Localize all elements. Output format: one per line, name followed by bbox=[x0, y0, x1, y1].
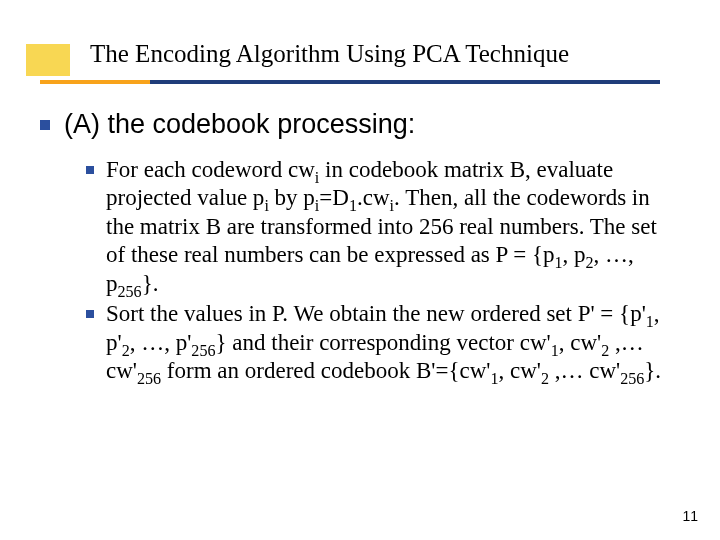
bullet-level2: Sort the values in P. We obtain the new … bbox=[86, 300, 680, 386]
t: , cw' bbox=[559, 330, 601, 355]
t: , …, p' bbox=[130, 330, 192, 355]
slide: The Encoding Algorithm Using PCA Techniq… bbox=[0, 0, 720, 540]
bullet-level2: For each codeword cwi in codebook matrix… bbox=[86, 156, 680, 299]
t: , p bbox=[563, 242, 586, 267]
square-bullet-icon bbox=[86, 310, 94, 318]
square-bullet-icon bbox=[40, 120, 50, 130]
accent-underline-highlight bbox=[40, 80, 150, 84]
body: (A) the codebook processing: For each co… bbox=[40, 108, 680, 388]
sub: 256 bbox=[191, 341, 215, 358]
level1-text: (A) the codebook processing: bbox=[64, 108, 415, 142]
t: form an ordered codebook B'={cw' bbox=[161, 358, 490, 383]
level2-text-2: Sort the values in P. We obtain the new … bbox=[106, 300, 680, 386]
page-number: 11 bbox=[682, 508, 698, 524]
t: ,… cw' bbox=[549, 358, 620, 383]
sub: 2 bbox=[601, 341, 609, 358]
slide-title: The Encoding Algorithm Using PCA Techniq… bbox=[90, 40, 569, 67]
sub: 256 bbox=[620, 370, 644, 387]
t: by p bbox=[269, 185, 315, 210]
sub: 1 bbox=[349, 197, 357, 214]
t: }. bbox=[142, 271, 159, 296]
sub: 1 bbox=[551, 341, 559, 358]
t: =D bbox=[319, 185, 349, 210]
t: , cw' bbox=[498, 358, 540, 383]
t: }. bbox=[644, 358, 661, 383]
sub: 2 bbox=[122, 341, 130, 358]
sub: 1 bbox=[646, 313, 654, 330]
title-block: The Encoding Algorithm Using PCA Techniq… bbox=[0, 40, 720, 68]
t: } and their corresponding vector cw' bbox=[216, 330, 551, 355]
level2-text-1: For each codeword cwi in codebook matrix… bbox=[106, 156, 680, 299]
sub: 2 bbox=[541, 370, 549, 387]
sub: 256 bbox=[137, 370, 161, 387]
sub: 1 bbox=[555, 254, 563, 271]
sub: 256 bbox=[118, 282, 142, 299]
sub: 2 bbox=[586, 254, 594, 271]
square-bullet-icon bbox=[86, 166, 94, 174]
t: Sort the values in P. We obtain the new … bbox=[106, 301, 646, 326]
t: For each codeword cw bbox=[106, 157, 315, 182]
t: .cw bbox=[357, 185, 390, 210]
level2-group: For each codeword cwi in codebook matrix… bbox=[86, 156, 680, 386]
bullet-level1: (A) the codebook processing: bbox=[40, 108, 680, 142]
